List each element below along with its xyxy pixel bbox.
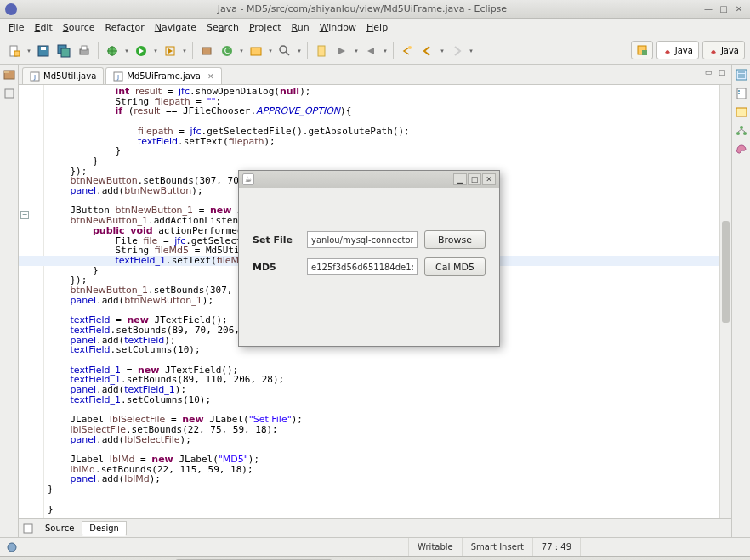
tab-md5uiframe[interactable]: J Md5UiFrame.java ✕ xyxy=(105,67,221,84)
run-last-button[interactable] xyxy=(161,42,179,60)
svg-rect-29 xyxy=(5,89,14,98)
last-edit-button[interactable] xyxy=(398,42,417,60)
prev-annotation-dropdown[interactable]: ▾ xyxy=(382,48,389,54)
dialog-maximize-button[interactable]: □ xyxy=(468,173,481,185)
problems-icon[interactable] xyxy=(735,105,748,119)
scrollbar-thumb[interactable] xyxy=(722,221,730,323)
md5-label: MD5 xyxy=(253,262,300,273)
maximize-button[interactable]: □ xyxy=(718,3,730,15)
prev-annotation-button[interactable] xyxy=(361,42,380,60)
dialog-close-button[interactable]: ✕ xyxy=(482,173,496,185)
close-button[interactable]: ✕ xyxy=(733,3,745,15)
run-button[interactable] xyxy=(132,42,151,60)
perspective-java-1[interactable]: Java xyxy=(656,41,699,59)
menu-window[interactable]: Window xyxy=(315,20,361,35)
dialog-titlebar[interactable]: ☕ ▁ □ ✕ xyxy=(239,171,499,188)
palette-icon[interactable] xyxy=(735,143,748,156)
debug-dropdown[interactable]: ▾ xyxy=(123,48,130,54)
save-all-button[interactable] xyxy=(54,42,73,60)
minimize-button[interactable]: — xyxy=(702,3,714,15)
save-button[interactable] xyxy=(34,42,53,60)
search-button[interactable] xyxy=(276,42,294,60)
maximize-view-icon[interactable]: □ xyxy=(716,66,728,78)
forward-dropdown[interactable]: ▾ xyxy=(468,48,474,54)
tab-source[interactable]: Source xyxy=(37,521,82,536)
menu-project[interactable]: Project xyxy=(244,20,287,35)
svg-marker-22 xyxy=(338,48,345,54)
status-icon xyxy=(5,540,19,554)
menu-run[interactable]: Run xyxy=(287,20,315,35)
menu-search[interactable]: Search xyxy=(202,20,244,35)
menu-help[interactable]: Help xyxy=(361,20,393,35)
cal-md5-button[interactable]: Cal MD5 xyxy=(424,257,486,276)
main-toolbar: ▾ ▾ ▾ ▾ C ▾ ▾ ▾ ▾ ▾ ▾ ▾ Java Java xyxy=(0,37,750,65)
back-button[interactable] xyxy=(418,42,437,60)
svg-line-46 xyxy=(738,129,741,132)
structure-icon[interactable] xyxy=(735,124,748,138)
forward-button[interactable] xyxy=(447,42,466,60)
perspective-java-2[interactable]: Java xyxy=(702,41,745,59)
fold-marker[interactable]: − xyxy=(20,211,29,219)
browse-button[interactable]: Browse xyxy=(424,230,486,249)
task-list-icon[interactable] xyxy=(735,87,748,100)
tab-close-icon[interactable]: ✕ xyxy=(207,72,214,81)
tab-md5util[interactable]: J Md5Util.java xyxy=(22,67,104,84)
menu-source[interactable]: Source xyxy=(58,20,100,35)
new-button[interactable] xyxy=(5,42,24,60)
tab-design[interactable]: Design xyxy=(82,521,127,536)
svg-marker-14 xyxy=(168,48,173,54)
svg-marker-23 xyxy=(367,48,374,54)
open-type-dropdown[interactable]: ▾ xyxy=(267,48,274,54)
search-dropdown[interactable]: ▾ xyxy=(296,48,303,54)
svg-rect-5 xyxy=(61,48,70,57)
next-annotation-button[interactable] xyxy=(332,42,351,60)
menu-refactor[interactable]: Refactor xyxy=(100,20,150,35)
svg-rect-7 xyxy=(82,46,87,50)
restore-icon[interactable] xyxy=(3,87,16,100)
debug-button[interactable] xyxy=(103,42,122,60)
tab-label: Md5Util.java xyxy=(43,71,96,81)
back-dropdown[interactable]: ▾ xyxy=(439,48,446,54)
status-empty xyxy=(580,538,750,556)
java-file-icon: J xyxy=(113,71,123,82)
package-explorer-icon[interactable] xyxy=(3,68,16,82)
svg-point-48 xyxy=(8,543,16,552)
svg-text:C: C xyxy=(224,47,230,55)
new-class-dropdown[interactable]: ▾ xyxy=(238,48,245,54)
tab-label: Md5UiFrame.java xyxy=(127,71,201,81)
next-annotation-dropdown[interactable]: ▾ xyxy=(353,48,360,54)
java-file-icon: J xyxy=(30,71,40,82)
run-dropdown[interactable]: ▾ xyxy=(152,48,159,54)
svg-rect-3 xyxy=(41,47,46,50)
svg-line-47 xyxy=(741,129,745,132)
menu-edit[interactable]: Edit xyxy=(29,20,57,35)
editor-tabbar: J Md5Util.java J Md5UiFrame.java ✕ ▭ □ xyxy=(19,65,731,85)
vertical-scrollbar[interactable] xyxy=(719,85,731,518)
menu-file[interactable]: File xyxy=(3,20,29,35)
svg-rect-1 xyxy=(14,51,20,56)
new-package-button[interactable] xyxy=(197,42,216,60)
svg-point-43 xyxy=(740,126,743,129)
minimize-view-icon[interactable]: ▭ xyxy=(702,66,714,78)
svg-rect-42 xyxy=(736,108,747,116)
dialog-minimize-button[interactable]: ▁ xyxy=(453,173,467,185)
svg-line-20 xyxy=(286,52,289,55)
open-perspective-button[interactable] xyxy=(631,41,653,59)
new-class-button[interactable]: C xyxy=(218,42,236,60)
status-bar: Writable Smart Insert 77 : 49 xyxy=(0,537,750,556)
print-button[interactable] xyxy=(75,42,94,60)
menu-navigate[interactable]: Navigate xyxy=(150,20,202,35)
window-title: Java - MD5/src/com/shiyanlou/view/Md5UiF… xyxy=(22,3,702,14)
svg-point-45 xyxy=(743,132,747,135)
open-type-button[interactable] xyxy=(247,42,265,60)
md5-input[interactable] xyxy=(307,258,418,275)
outline-icon[interactable] xyxy=(735,68,748,82)
menu-bar: File Edit Source Refactor Navigate Searc… xyxy=(0,19,750,37)
run-last-dropdown[interactable]: ▾ xyxy=(181,48,188,54)
source-tab-icon xyxy=(22,523,34,535)
toggle-mark-button[interactable] xyxy=(312,42,331,60)
new-dropdown[interactable]: ▾ xyxy=(26,48,32,54)
status-insert: Smart Insert xyxy=(462,538,532,556)
svg-point-24 xyxy=(408,46,412,49)
set-file-input[interactable] xyxy=(307,231,418,248)
